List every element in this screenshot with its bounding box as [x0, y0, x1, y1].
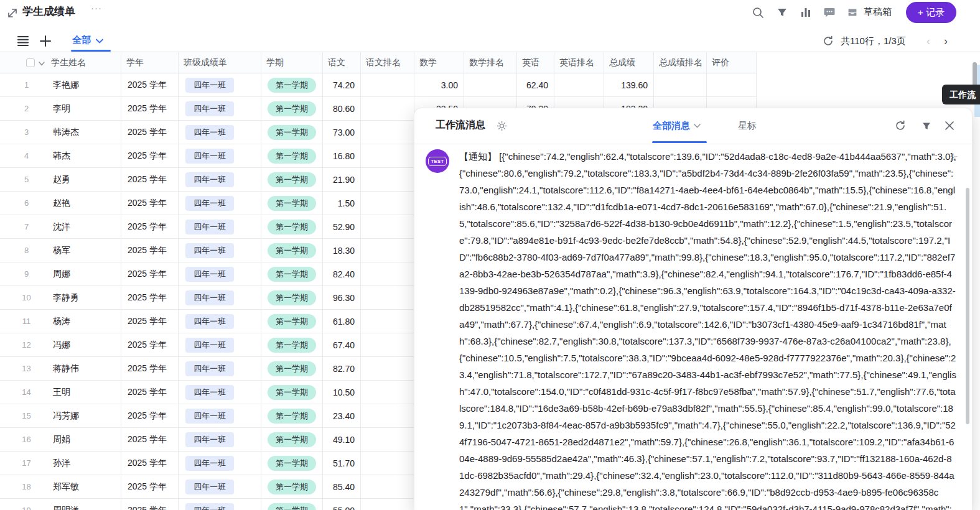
cell-chinese[interactable]: 85.40: [323, 475, 361, 498]
cell-chinese_rank[interactable]: [361, 381, 414, 404]
panel-tab-all-messages[interactable]: 全部消息: [653, 120, 701, 132]
close-icon[interactable]: [945, 121, 954, 131]
cell-semester[interactable]: 第一学期: [261, 452, 323, 475]
cell-year[interactable]: 2025 学年: [121, 121, 179, 144]
cell-class[interactable]: 四年一班: [179, 192, 261, 215]
column-header-total[interactable]: 总成绩: [604, 52, 654, 73]
cell-class[interactable]: 四年一班: [179, 73, 261, 96]
cell-name[interactable]: 7沈洋: [0, 215, 121, 238]
cell-chinese_rank[interactable]: [361, 168, 414, 191]
cell-class[interactable]: 四年一班: [179, 333, 261, 356]
cell-math[interactable]: 3.00: [414, 73, 464, 96]
view-tab-all[interactable]: 全部: [72, 34, 91, 46]
cell-name[interactable]: 11杨涛: [0, 310, 121, 333]
cell-name[interactable]: 16周娟: [0, 428, 121, 451]
draftbox-label[interactable]: 草稿箱: [864, 6, 892, 18]
cell-name[interactable]: 9周娜: [0, 262, 121, 285]
cell-chinese[interactable]: 18.30: [323, 239, 361, 262]
cell-chinese[interactable]: 51.70: [323, 452, 361, 475]
cell-class[interactable]: 四年一班: [179, 475, 261, 498]
cell-chinese_rank[interactable]: [361, 333, 414, 356]
cell-total[interactable]: 139.60: [604, 73, 654, 96]
header-caret-icon[interactable]: [39, 62, 45, 66]
cell-year[interactable]: 2025 学年: [121, 428, 179, 451]
cell-year[interactable]: 2025 学年: [121, 357, 179, 380]
cell-semester[interactable]: 第一学期: [261, 310, 323, 333]
cell-name[interactable]: 14王明: [0, 381, 121, 404]
column-header-english_rank[interactable]: 英语排名: [554, 52, 604, 73]
cell-chinese_rank[interactable]: [361, 262, 414, 285]
cell-semester[interactable]: 第一学期: [261, 239, 323, 262]
cell-semester[interactable]: 第一学期: [261, 381, 323, 404]
cell-year[interactable]: 2025 学年: [121, 168, 179, 191]
cell-class[interactable]: 四年一班: [179, 452, 261, 475]
cell-semester[interactable]: 第一学期: [261, 73, 323, 96]
select-all-checkbox[interactable]: [26, 58, 35, 67]
cell-chinese_rank[interactable]: [361, 475, 414, 498]
prev-page-chevron[interactable]: ‹: [926, 35, 930, 47]
cell-math_rank[interactable]: [464, 73, 517, 96]
column-header-comment[interactable]: 评价: [707, 52, 757, 73]
cell-chinese_rank[interactable]: [361, 404, 414, 427]
cell-chinese[interactable]: 55.00: [323, 499, 361, 510]
column-header-math[interactable]: 数学: [414, 52, 464, 73]
chart-icon[interactable]: [799, 6, 813, 19]
next-page-chevron[interactable]: ›: [944, 35, 948, 47]
cell-semester[interactable]: 第一学期: [261, 97, 323, 120]
cell-semester[interactable]: 第一学期: [261, 168, 323, 191]
cell-chinese_rank[interactable]: [361, 310, 414, 333]
cell-name[interactable]: 15冯芳娜: [0, 404, 121, 427]
cell-semester[interactable]: 第一学期: [261, 262, 323, 285]
cell-class[interactable]: 四年一班: [179, 428, 261, 451]
cell-class[interactable]: 四年一班: [179, 262, 261, 285]
column-header-total_rank[interactable]: 总成绩排名: [654, 52, 707, 73]
cell-chinese[interactable]: 96.30: [323, 286, 361, 309]
cell-class[interactable]: 四年一班: [179, 121, 261, 144]
cell-name[interactable]: 6赵艳: [0, 192, 121, 215]
column-header-year[interactable]: 学年: [121, 52, 179, 73]
cell-semester[interactable]: 第一学期: [261, 121, 323, 144]
cell-chinese[interactable]: 73.00: [323, 121, 361, 144]
column-header-math_rank[interactable]: 数学排名: [464, 52, 517, 73]
cell-chinese_rank[interactable]: [361, 73, 414, 96]
cell-class[interactable]: 四年一班: [179, 239, 261, 262]
cell-name[interactable]: 19周明洋: [0, 499, 121, 510]
cell-year[interactable]: 2025 学年: [121, 144, 179, 167]
avatar[interactable]: TEST: [426, 149, 449, 173]
panel-refresh-icon[interactable]: [895, 120, 906, 131]
column-header-semester[interactable]: 学期: [261, 52, 323, 73]
cell-year[interactable]: 2025 学年: [121, 310, 179, 333]
panel-scrollbar[interactable]: [966, 188, 969, 424]
draftbox-icon[interactable]: [846, 6, 859, 19]
cell-chinese_rank[interactable]: [361, 452, 414, 475]
cell-comment[interactable]: [707, 73, 757, 96]
column-header-english[interactable]: 英语: [517, 52, 554, 73]
filter-icon[interactable]: [775, 6, 789, 19]
cell-class[interactable]: 四年一班: [179, 404, 261, 427]
add-record-button[interactable]: + 记录: [906, 2, 956, 23]
cell-class[interactable]: 四年一班: [179, 168, 261, 191]
cell-year[interactable]: 2025 学年: [121, 262, 179, 285]
view-list-icon[interactable]: [17, 35, 29, 47]
comment-icon[interactable]: [823, 6, 836, 19]
cell-year[interactable]: 2025 学年: [121, 239, 179, 262]
cell-semester[interactable]: 第一学期: [261, 192, 323, 215]
cell-english[interactable]: 62.40: [517, 73, 554, 96]
cell-semester[interactable]: 第一学期: [261, 499, 323, 510]
cell-chinese[interactable]: 16.80: [323, 144, 361, 167]
cell-semester[interactable]: 第一学期: [261, 286, 323, 309]
cell-year[interactable]: 2025 学年: [121, 499, 179, 510]
cell-chinese_rank[interactable]: [361, 97, 414, 120]
cell-semester[interactable]: 第一学期: [261, 144, 323, 167]
cell-chinese_rank[interactable]: [361, 428, 414, 451]
cell-class[interactable]: 四年一班: [179, 144, 261, 167]
expand-icon[interactable]: [6, 7, 19, 19]
cell-name[interactable]: 5赵勇: [0, 168, 121, 191]
cell-year[interactable]: 2025 学年: [121, 192, 179, 215]
cell-class[interactable]: 四年一班: [179, 286, 261, 309]
cell-semester[interactable]: 第一学期: [261, 475, 323, 498]
gear-icon[interactable]: [497, 121, 507, 131]
cell-name[interactable]: 4韩杰: [0, 144, 121, 167]
cell-chinese_rank[interactable]: [361, 121, 414, 144]
cell-semester[interactable]: 第一学期: [261, 404, 323, 427]
